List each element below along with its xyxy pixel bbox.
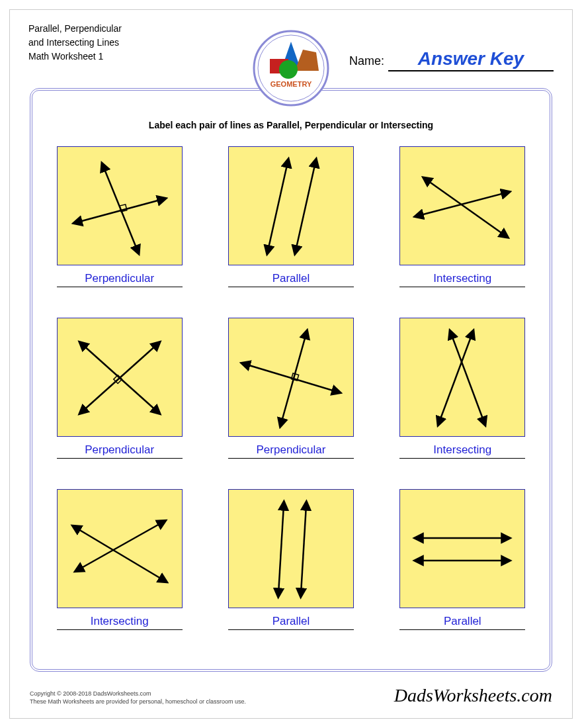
svg-point-5 [279,60,298,79]
footer: Copyright © 2008-2018 DadsWorksheets.com… [30,685,552,706]
line-diagram-icon [228,318,354,437]
problem-cell: Parallel [225,489,357,630]
problem-cell: Perpendicular [54,146,186,287]
svg-line-17 [281,334,306,424]
problem-cell: Parallel [225,146,357,287]
svg-line-6 [77,199,163,222]
svg-line-23 [278,505,284,594]
svg-line-22 [78,522,163,570]
answer-text: Perpendicular [57,272,183,287]
problem-cell: Perpendicular [225,318,357,459]
answer-text: Intersecting [399,272,525,287]
name-label: Name: [349,54,384,68]
problem-cell: Intersecting [396,318,528,459]
answer-text: Parallel [228,615,354,630]
line-diagram-icon [399,146,525,265]
line-diagram-icon [57,489,183,608]
problem-cell: Perpendicular [54,318,186,459]
line-diagram-icon [399,318,525,437]
svg-line-12 [426,179,505,236]
line-diagram-icon [57,146,183,265]
answer-text: Parallel [228,272,354,287]
problem-cell: Intersecting [396,146,528,287]
worksheet-page: Parallel, Perpendicular and Intersecting… [9,9,573,719]
answer-text: Parallel [399,615,525,630]
answer-text: Intersecting [399,443,525,459]
svg-line-10 [296,162,315,251]
geometry-logo-icon: GEOMETRY [253,30,329,107]
copyright-text: Copyright © 2008-2018 DadsWorksheets.com [30,690,246,698]
answer-text: Perpendicular [228,443,354,459]
content-frame: Label each pair of lines as Parallel, Pe… [30,88,552,672]
footer-text: Copyright © 2008-2018 DadsWorksheets.com… [30,690,246,706]
line-diagram-icon [57,318,183,437]
line-diagram-icon [228,146,354,265]
name-value: Answer Key [388,48,554,71]
problem-grid: Perpendicular Parallel [47,146,535,630]
svg-line-9 [268,162,288,251]
name-field: Name: Answer Key [349,48,554,71]
answer-text: Perpendicular [57,443,183,459]
svg-line-21 [75,527,164,580]
line-diagram-icon [228,489,354,608]
svg-line-24 [301,505,306,594]
usage-note: These Math Worksheets are provided for p… [30,698,246,706]
line-diagram-icon [399,489,525,608]
logo-label: GEOMETRY [270,80,312,88]
problem-cell: Parallel [396,489,528,630]
problem-cell: Intersecting [54,489,186,630]
brand-logo: DadsWorksheets.com [394,685,552,706]
instruction-text: Label each pair of lines as Parallel, Pe… [47,120,535,130]
answer-text: Intersecting [57,615,183,630]
